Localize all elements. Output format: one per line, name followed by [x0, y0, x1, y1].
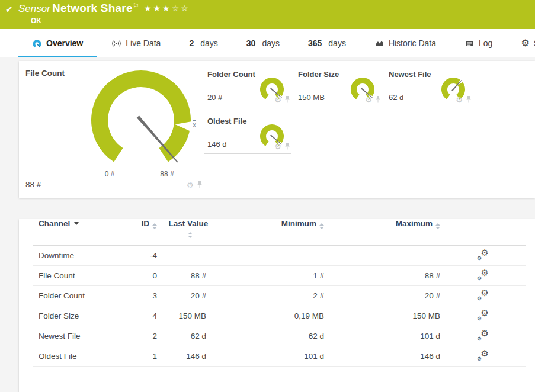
- channel-settings-icon[interactable]: ⚙⚙: [477, 270, 489, 280]
- channel-table-panel: Channel ID Last Value Minimum Maximum Do…: [19, 219, 535, 392]
- flag-icon: ⚐: [133, 2, 139, 10]
- sort-icon: [152, 223, 157, 229]
- tab-historic-data[interactable]: Historic Data: [360, 29, 450, 57]
- tab-live-data[interactable]: Live Data: [97, 29, 175, 57]
- table-row[interactable]: Folder Count 3 20 # 2 # 20 # ⚙⚙: [33, 286, 526, 306]
- gauge-value: 146 d: [207, 140, 227, 149]
- table-row[interactable]: Oldest File 1 146 d 101 d 146 d ⚙⚙: [33, 346, 526, 367]
- gauge-title: Folder Count: [207, 70, 255, 79]
- channel-name: Folder Count: [39, 291, 133, 300]
- tab-30-days[interactable]: 30 days: [232, 29, 294, 57]
- channel-name: Folder Size: [39, 311, 133, 320]
- channel-name: Newest File: [39, 332, 133, 340]
- last-value: 62 d: [191, 332, 206, 340]
- gauge-title: Oldest File: [207, 117, 246, 126]
- pin-icon[interactable]: [284, 95, 290, 104]
- sort-icon: [435, 223, 440, 229]
- channel-settings-icon[interactable]: ⚙⚙: [477, 351, 489, 361]
- table-row[interactable]: Downtime -4 ⚙⚙: [33, 246, 526, 266]
- channel-id: 3: [152, 291, 157, 300]
- gauge-settings-icon[interactable]: ⚙: [365, 96, 372, 104]
- historic-data-icon: [374, 38, 385, 49]
- column-header-id[interactable]: ID: [142, 219, 158, 229]
- gauge-value: 150 MB: [298, 93, 325, 102]
- tab-bar: Overview Live Data 2 days 30 days 365 da…: [0, 29, 535, 57]
- minimum-value: 1 #: [313, 271, 324, 280]
- table-row[interactable]: Newest File 2 62 d 62 d 101 d ⚙⚙: [33, 326, 526, 346]
- sort-icon: [188, 232, 193, 238]
- last-value: 146 d: [186, 352, 206, 361]
- minimum-value: 101 d: [304, 352, 324, 361]
- status-badge: OK: [31, 17, 41, 25]
- last-value: 150 MB: [178, 311, 206, 320]
- average-marker: x: [193, 121, 196, 129]
- last-value: 20 #: [191, 291, 206, 300]
- channel-id: 0: [152, 271, 157, 280]
- channel-settings-icon[interactable]: ⚙⚙: [477, 250, 489, 260]
- gauge-icon: [32, 38, 42, 49]
- column-header-maximum[interactable]: Maximum: [396, 219, 440, 229]
- channel-id: 4: [152, 311, 157, 320]
- primary-gauge: [82, 61, 200, 179]
- channel-id: 2: [152, 332, 157, 340]
- pin-icon[interactable]: [466, 95, 472, 104]
- tab-overview[interactable]: Overview: [18, 29, 97, 57]
- sort-desc-icon: [74, 222, 79, 225]
- table-body: Downtime -4 ⚙⚙ File Count 0 88 # 1 # 88 …: [33, 246, 526, 367]
- mini-gauge-cell[interactable]: Newest File 62 d ⚙: [386, 65, 473, 107]
- tab-log[interactable]: Log: [450, 29, 507, 57]
- tab-settings[interactable]: ⚙ Settings: [507, 29, 535, 57]
- gauge-title: Newest File: [389, 70, 431, 79]
- mini-gauge-cell[interactable]: Oldest File 146 d ⚙: [204, 112, 291, 154]
- minimum-value: 0,19 MB: [294, 311, 324, 320]
- gauge-value: 20 #: [207, 93, 222, 102]
- sensor-header: ✔ Sensor Network Share ⚐ ★★★☆☆ OK: [0, 0, 535, 29]
- gauge-value: 62 d: [389, 93, 403, 102]
- priority-stars[interactable]: ★★★☆☆: [144, 4, 190, 13]
- channel-name: Oldest File: [39, 352, 133, 361]
- gauge-title: Folder Size: [298, 70, 339, 79]
- column-header-channel[interactable]: Channel: [39, 219, 133, 228]
- gauge-settings-icon[interactable]: ⚙: [274, 96, 281, 104]
- channel-settings-icon[interactable]: ⚙⚙: [477, 290, 489, 300]
- column-header-last-value[interactable]: Last Value: [166, 219, 211, 238]
- gauge-settings-icon[interactable]: ⚙: [187, 181, 194, 189]
- gauge-scale-min: 0 #: [97, 170, 123, 178]
- channel-settings-icon[interactable]: ⚙⚙: [477, 310, 489, 320]
- mini-gauge-cell[interactable]: Folder Count 20 # ⚙: [204, 65, 291, 107]
- live-data-icon: [111, 38, 121, 49]
- table-header-row: Channel ID Last Value Minimum Maximum: [33, 219, 526, 246]
- maximum-value: 20 #: [425, 291, 440, 300]
- table-row[interactable]: Folder Size 4 150 MB 0,19 MB 150 MB ⚙⚙: [33, 306, 526, 326]
- table-row[interactable]: File Count 0 88 # 1 # 88 # ⚙⚙: [33, 266, 526, 286]
- maximum-value: 146 d: [420, 352, 440, 361]
- pin-icon[interactable]: [375, 95, 381, 104]
- channel-id: -4: [150, 251, 157, 260]
- primary-gauge-title: File Count: [25, 69, 65, 78]
- gauges-panel: File Count x 0 # 88 # 88 # ⚙ Folder Coun…: [19, 61, 535, 198]
- channel-name: File Count: [39, 271, 133, 280]
- mini-gauges: Folder Count 20 # ⚙ Folder Size 15: [204, 65, 488, 154]
- tab-2-days[interactable]: 2 days: [175, 29, 232, 57]
- settings-gear-icon: ⚙: [521, 38, 529, 48]
- minimum-value: 2 #: [313, 291, 324, 300]
- tab-365-days[interactable]: 365 days: [294, 29, 360, 57]
- gauge-settings-icon[interactable]: ⚙: [456, 96, 463, 104]
- gauge-settings-icon[interactable]: ⚙: [274, 143, 281, 150]
- primary-gauge-value: 88 #: [25, 180, 41, 189]
- maximum-value: 150 MB: [412, 311, 440, 320]
- pin-icon[interactable]: [284, 142, 290, 150]
- column-header-minimum[interactable]: Minimum: [281, 219, 324, 229]
- channel-id: 1: [152, 352, 157, 361]
- mini-gauge-cell[interactable]: Folder Size 150 MB ⚙: [295, 65, 382, 107]
- object-type-label: Sensor: [18, 3, 50, 15]
- pin-icon[interactable]: [197, 181, 203, 189]
- gauge-scale-max: 88 #: [154, 170, 180, 178]
- maximum-value: 101 d: [420, 332, 440, 340]
- maximum-value: 88 #: [425, 271, 440, 280]
- sensor-title: Network Share: [52, 2, 133, 15]
- minimum-value: 62 d: [309, 332, 324, 340]
- channel-name: Downtime: [39, 251, 133, 260]
- channel-settings-icon[interactable]: ⚙⚙: [477, 330, 489, 340]
- log-icon: [464, 38, 475, 49]
